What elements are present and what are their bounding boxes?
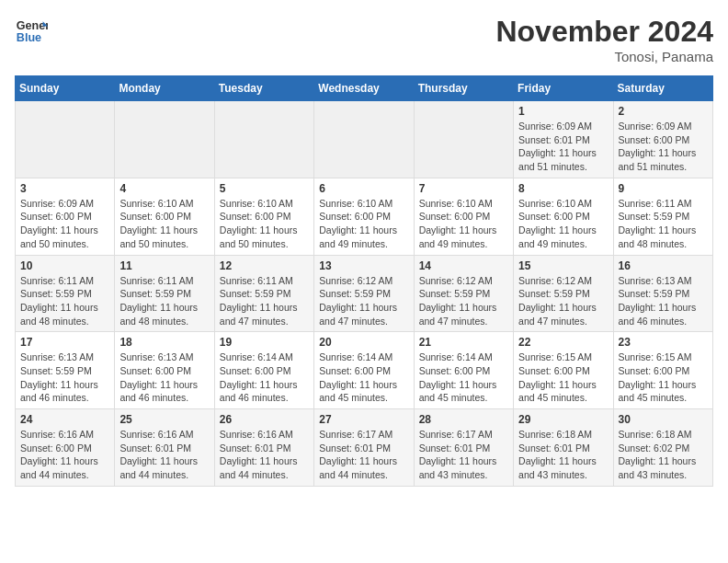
day-number: 17 — [20, 336, 109, 349]
day-info: Sunrise: 6:11 AMSunset: 5:59 PMDaylight:… — [119, 274, 209, 328]
day-number: 5 — [220, 182, 309, 195]
calendar-cell: 19Sunrise: 6:14 AMSunset: 6:00 PMDayligh… — [214, 332, 313, 409]
calendar-week-1: 1Sunrise: 6:09 AMSunset: 6:01 PMDaylight… — [16, 101, 713, 178]
day-number: 2 — [619, 105, 708, 118]
calendar-table: SundayMondayTuesdayWednesdayThursdayFrid… — [15, 75, 713, 487]
calendar-header: SundayMondayTuesdayWednesdayThursdayFrid… — [16, 76, 713, 101]
calendar-cell: 6Sunrise: 6:10 AMSunset: 6:00 PMDaylight… — [314, 178, 414, 255]
day-info: Sunrise: 6:11 AMSunset: 5:59 PMDaylight:… — [619, 197, 708, 251]
day-number: 25 — [119, 413, 209, 426]
calendar-cell: 12Sunrise: 6:11 AMSunset: 5:59 PMDayligh… — [214, 255, 313, 332]
day-info: Sunrise: 6:14 AMSunset: 6:00 PMDaylight:… — [319, 350, 408, 405]
calendar-cell: 29Sunrise: 6:18 AMSunset: 6:01 PMDayligh… — [514, 409, 613, 487]
day-number: 8 — [518, 182, 608, 195]
day-number: 20 — [319, 336, 408, 349]
calendar-cell: 17Sunrise: 6:13 AMSunset: 5:59 PMDayligh… — [16, 332, 115, 409]
day-info: Sunrise: 6:10 AMSunset: 6:00 PMDaylight:… — [319, 197, 408, 251]
day-info: Sunrise: 6:16 AMSunset: 6:01 PMDaylight:… — [220, 428, 309, 482]
calendar-cell: 2Sunrise: 6:09 AMSunset: 6:00 PMDaylight… — [613, 101, 712, 178]
calendar-cell: 5Sunrise: 6:10 AMSunset: 6:00 PMDaylight… — [214, 178, 313, 255]
day-number: 1 — [518, 105, 608, 118]
day-info: Sunrise: 6:09 AMSunset: 6:00 PMDaylight:… — [20, 197, 109, 251]
calendar-cell: 16Sunrise: 6:13 AMSunset: 5:59 PMDayligh… — [613, 255, 712, 332]
day-info: Sunrise: 6:12 AMSunset: 5:59 PMDaylight:… — [419, 274, 508, 328]
calendar-cell — [16, 101, 115, 178]
day-info: Sunrise: 6:15 AMSunset: 6:00 PMDaylight:… — [619, 350, 708, 405]
day-info: Sunrise: 6:12 AMSunset: 5:59 PMDaylight:… — [518, 274, 608, 328]
day-info: Sunrise: 6:14 AMSunset: 6:00 PMDaylight:… — [419, 350, 508, 405]
day-number: 4 — [119, 182, 209, 195]
calendar-cell: 14Sunrise: 6:12 AMSunset: 5:59 PMDayligh… — [414, 255, 513, 332]
day-header-wednesday: Wednesday — [314, 76, 414, 101]
calendar-week-2: 3Sunrise: 6:09 AMSunset: 6:00 PMDaylight… — [16, 178, 713, 255]
day-number: 21 — [419, 336, 508, 349]
day-header-saturday: Saturday — [613, 76, 712, 101]
calendar-body: 1Sunrise: 6:09 AMSunset: 6:01 PMDaylight… — [16, 101, 713, 487]
day-header-thursday: Thursday — [414, 76, 513, 101]
day-info: Sunrise: 6:13 AMSunset: 5:59 PMDaylight:… — [20, 350, 109, 405]
calendar-cell — [314, 101, 414, 178]
calendar-cell: 25Sunrise: 6:16 AMSunset: 6:01 PMDayligh… — [115, 409, 214, 487]
calendar-cell: 10Sunrise: 6:11 AMSunset: 5:59 PMDayligh… — [16, 255, 115, 332]
calendar-cell: 7Sunrise: 6:10 AMSunset: 6:00 PMDaylight… — [414, 178, 513, 255]
calendar-week-5: 24Sunrise: 6:16 AMSunset: 6:00 PMDayligh… — [16, 409, 713, 487]
day-info: Sunrise: 6:17 AMSunset: 6:01 PMDaylight:… — [419, 428, 508, 482]
calendar-cell: 15Sunrise: 6:12 AMSunset: 5:59 PMDayligh… — [514, 255, 613, 332]
day-header-tuesday: Tuesday — [214, 76, 313, 101]
logo-icon: General Blue — [15, 15, 48, 48]
calendar-cell: 21Sunrise: 6:14 AMSunset: 6:00 PMDayligh… — [414, 332, 513, 409]
calendar-cell: 30Sunrise: 6:18 AMSunset: 6:02 PMDayligh… — [613, 409, 712, 487]
location: Tonosi, Panama — [495, 49, 713, 64]
calendar-cell: 9Sunrise: 6:11 AMSunset: 5:59 PMDaylight… — [613, 178, 712, 255]
svg-text:Blue: Blue — [17, 31, 41, 44]
day-header-monday: Monday — [115, 76, 214, 101]
day-number: 16 — [619, 259, 708, 272]
day-number: 19 — [220, 336, 309, 349]
day-info: Sunrise: 6:09 AMSunset: 6:01 PMDaylight:… — [518, 120, 608, 174]
calendar-cell — [414, 101, 513, 178]
day-number: 12 — [220, 259, 309, 272]
day-info: Sunrise: 6:09 AMSunset: 6:00 PMDaylight:… — [619, 120, 708, 174]
calendar-cell — [115, 101, 214, 178]
day-info: Sunrise: 6:15 AMSunset: 6:00 PMDaylight:… — [518, 350, 608, 405]
day-number: 10 — [20, 259, 109, 272]
day-number: 24 — [20, 413, 109, 426]
day-number: 3 — [20, 182, 109, 195]
calendar-cell: 1Sunrise: 6:09 AMSunset: 6:01 PMDaylight… — [514, 101, 613, 178]
day-header-sunday: Sunday — [16, 76, 115, 101]
calendar-cell: 20Sunrise: 6:14 AMSunset: 6:00 PMDayligh… — [314, 332, 414, 409]
day-number: 11 — [119, 259, 209, 272]
day-info: Sunrise: 6:14 AMSunset: 6:00 PMDaylight:… — [220, 350, 309, 405]
day-info: Sunrise: 6:16 AMSunset: 6:01 PMDaylight:… — [119, 428, 209, 482]
day-number: 18 — [119, 336, 209, 349]
calendar-cell: 23Sunrise: 6:15 AMSunset: 6:00 PMDayligh… — [613, 332, 712, 409]
day-info: Sunrise: 6:18 AMSunset: 6:01 PMDaylight:… — [518, 428, 608, 482]
day-number: 30 — [619, 413, 708, 426]
day-info: Sunrise: 6:11 AMSunset: 5:59 PMDaylight:… — [20, 274, 109, 328]
day-info: Sunrise: 6:18 AMSunset: 6:02 PMDaylight:… — [619, 428, 708, 482]
day-info: Sunrise: 6:16 AMSunset: 6:00 PMDaylight:… — [20, 428, 109, 482]
title-block: November 2024 Tonosi, Panama — [495, 15, 713, 64]
day-number: 6 — [319, 182, 408, 195]
calendar-cell — [214, 101, 313, 178]
day-number: 29 — [518, 413, 608, 426]
day-number: 14 — [419, 259, 508, 272]
day-info: Sunrise: 6:10 AMSunset: 6:00 PMDaylight:… — [518, 197, 608, 251]
day-number: 28 — [419, 413, 508, 426]
day-number: 13 — [319, 259, 408, 272]
day-info: Sunrise: 6:10 AMSunset: 6:00 PMDaylight:… — [119, 197, 209, 251]
calendar-cell: 3Sunrise: 6:09 AMSunset: 6:00 PMDaylight… — [16, 178, 115, 255]
calendar-cell: 26Sunrise: 6:16 AMSunset: 6:01 PMDayligh… — [214, 409, 313, 487]
calendar-cell: 18Sunrise: 6:13 AMSunset: 6:00 PMDayligh… — [115, 332, 214, 409]
calendar-cell: 11Sunrise: 6:11 AMSunset: 5:59 PMDayligh… — [115, 255, 214, 332]
calendar-cell: 28Sunrise: 6:17 AMSunset: 6:01 PMDayligh… — [414, 409, 513, 487]
day-number: 7 — [419, 182, 508, 195]
calendar-week-3: 10Sunrise: 6:11 AMSunset: 5:59 PMDayligh… — [16, 255, 713, 332]
day-info: Sunrise: 6:10 AMSunset: 6:00 PMDaylight:… — [220, 197, 309, 251]
day-info: Sunrise: 6:13 AMSunset: 5:59 PMDaylight:… — [619, 274, 708, 328]
calendar-week-4: 17Sunrise: 6:13 AMSunset: 5:59 PMDayligh… — [16, 332, 713, 409]
day-info: Sunrise: 6:10 AMSunset: 6:00 PMDaylight:… — [419, 197, 508, 251]
day-number: 9 — [619, 182, 708, 195]
calendar-cell: 24Sunrise: 6:16 AMSunset: 6:00 PMDayligh… — [16, 409, 115, 487]
calendar-cell: 27Sunrise: 6:17 AMSunset: 6:01 PMDayligh… — [314, 409, 414, 487]
